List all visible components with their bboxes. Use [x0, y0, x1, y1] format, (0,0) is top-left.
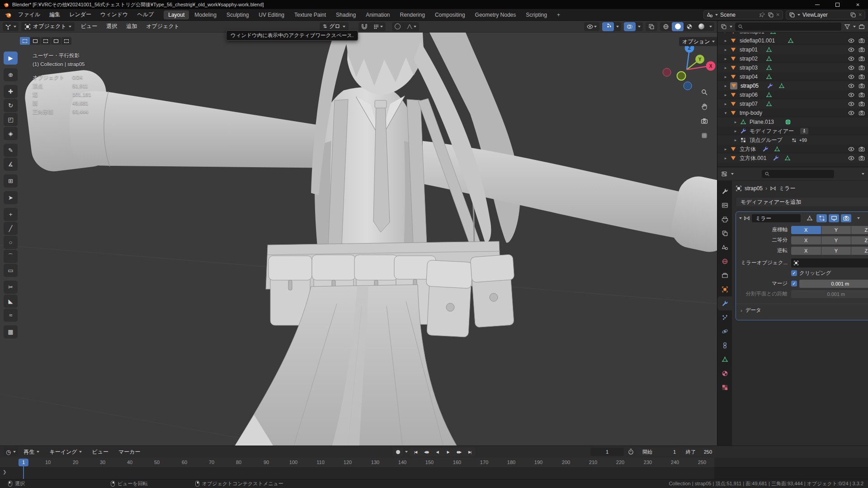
show-in-render-toggle[interactable] — [841, 214, 851, 222]
playhead-frame-badge[interactable]: 1 — [19, 459, 28, 466]
camera-view-icon[interactable] — [701, 117, 708, 125]
tab-modifiers[interactable] — [717, 296, 732, 310]
fillet-tool[interactable]: ◣ — [4, 295, 18, 308]
material-preview-button[interactable] — [684, 22, 695, 31]
hide-eye-icon[interactable] — [848, 38, 854, 44]
gizmo-settings-button[interactable] — [614, 22, 621, 31]
select-intersect-mode-button[interactable] — [61, 37, 71, 45]
hide-eye-icon[interactable] — [848, 110, 854, 116]
hide-eye-icon[interactable] — [848, 101, 854, 107]
timeline-view-menu[interactable]: ビュー — [87, 448, 113, 456]
select-box-tool[interactable]: ▶ — [4, 52, 18, 65]
auto-keying-toggle[interactable] — [392, 447, 403, 456]
tab-scene[interactable] — [717, 240, 732, 254]
stopwatch-icon[interactable] — [627, 448, 634, 455]
outliner-row-active[interactable]: ▸ strap05 — [717, 81, 868, 90]
scene-selector[interactable]: Scene ✕ — [703, 10, 783, 19]
menu-add[interactable]: 追加 — [122, 23, 142, 30]
move-tool[interactable]: ✚ — [4, 85, 18, 98]
hide-eye-icon[interactable] — [848, 65, 854, 71]
properties-editor-icon[interactable] — [721, 171, 727, 177]
tab-compositing[interactable]: Compositing — [430, 10, 470, 19]
properties-search-input[interactable] — [762, 170, 834, 178]
flip-z-toggle[interactable]: Z — [851, 247, 868, 255]
new-scene-icon[interactable] — [768, 12, 774, 18]
expand-arrow-icon[interactable]: ▸ — [733, 129, 738, 133]
add-modifier-button[interactable]: モディファイアーを追加 — [736, 197, 868, 207]
tab-rendering[interactable]: Rendering — [396, 10, 429, 19]
hide-eye-icon[interactable] — [848, 56, 854, 62]
tab-animation[interactable]: Animation — [361, 10, 394, 19]
axis-z-toggle[interactable]: Z — [851, 226, 868, 234]
disable-render-icon[interactable] — [859, 92, 865, 98]
modifier-extras-button[interactable] — [853, 214, 863, 222]
expand-arrow-icon[interactable]: ▸ — [723, 147, 728, 151]
remove-view-layer-icon[interactable]: ✕ — [859, 12, 862, 17]
add-rect-tool[interactable]: ▭ — [4, 264, 18, 277]
transform-orientation-selector[interactable]: ⇅ グロ — [320, 22, 349, 31]
new-view-layer-icon[interactable] — [850, 12, 856, 18]
object-visibility-button[interactable] — [584, 22, 599, 31]
timeline-editor-type-button[interactable]: ◷ — [4, 447, 18, 456]
tab-particles[interactable] — [717, 310, 732, 324]
select-extend-mode-button[interactable] — [30, 37, 40, 45]
expand-arrow-icon[interactable]: ▸ — [723, 38, 728, 43]
menu-render[interactable]: レンダー — [65, 11, 96, 19]
show-gizmo-toggle[interactable] — [602, 22, 614, 31]
measure-tool[interactable]: ∡ — [4, 158, 18, 171]
disable-render-icon[interactable] — [859, 74, 865, 80]
snap-settings-button[interactable] — [370, 22, 386, 31]
options-button[interactable]: オプション — [679, 37, 717, 46]
axis-negz-ball[interactable] — [684, 82, 692, 90]
tab-sculpting[interactable]: Sculpting — [222, 10, 253, 19]
collapse-arrow-icon[interactable]: ▾ — [723, 111, 728, 115]
hide-eye-icon[interactable] — [848, 47, 854, 53]
breadcrumb-modifier[interactable]: ミラー — [779, 185, 796, 192]
proportional-edit-toggle[interactable] — [392, 22, 404, 31]
rotate-tool[interactable]: ↻ — [4, 99, 18, 112]
axis-negx-ball[interactable] — [663, 68, 671, 76]
transform-tool[interactable]: ◈ — [4, 127, 18, 140]
editor-type-button[interactable] — [3, 22, 19, 31]
outliner-row[interactable]: ▸ strap06 — [717, 90, 868, 99]
zoom-icon[interactable] — [701, 89, 708, 96]
tab-geometry-nodes[interactable]: Geometry Nodes — [471, 10, 521, 19]
disable-render-icon[interactable] — [859, 38, 865, 44]
menu-view[interactable]: ビュー — [76, 23, 102, 30]
tab-collection[interactable] — [717, 268, 732, 282]
outliner-row-expanded[interactable]: ▾ tmp-body — [717, 108, 868, 117]
expand-arrow-icon[interactable]: ▸ — [733, 138, 738, 142]
show-in-editmode-toggle[interactable] — [816, 214, 827, 222]
mirror-object-field[interactable] — [791, 258, 868, 267]
tab-texture-paint[interactable]: Texture Paint — [290, 10, 330, 19]
add-cube-tool[interactable]: ⊞ — [4, 174, 18, 188]
tab-texture[interactable] — [717, 380, 732, 394]
data-subpanel-header[interactable]: › データ — [736, 304, 868, 316]
timeline-expand-chevron[interactable]: ❯ — [3, 469, 6, 474]
collapse-panel-icon[interactable] — [739, 217, 742, 219]
solid-shading-button[interactable] — [672, 22, 684, 31]
flip-x-toggle[interactable]: X — [791, 247, 821, 255]
tweak-tool[interactable]: ➤ — [4, 191, 18, 204]
tab-physics[interactable] — [717, 324, 732, 338]
flip-y-toggle[interactable]: Y — [821, 247, 851, 255]
outliner-row-clipped[interactable]: ▸ sideflap01 — [717, 33, 868, 36]
expand-arrow-icon[interactable]: ▸ — [723, 47, 728, 52]
tab-object[interactable] — [717, 282, 732, 296]
tab-output[interactable] — [717, 212, 732, 226]
expand-arrow-icon[interactable]: ▸ — [723, 84, 728, 88]
disable-render-icon[interactable] — [859, 56, 865, 62]
breadcrumb-object[interactable]: strap05 — [745, 185, 763, 192]
delete-modifier-button[interactable]: ✕ — [865, 214, 868, 222]
outliner-row[interactable]: ▸ 立方体.001 — [717, 154, 868, 163]
select-subtract-mode-button[interactable] — [41, 37, 51, 45]
view-layer-selector[interactable]: ViewLayer ✕ — [786, 10, 865, 19]
hide-eye-icon[interactable] — [848, 92, 854, 98]
previous-keyframe-button[interactable]: ◀◆ — [421, 448, 432, 456]
outliner-row[interactable]: ▸ strap01 — [717, 45, 868, 54]
xray-toggle[interactable] — [646, 22, 657, 31]
show-overlays-toggle[interactable] — [624, 22, 636, 31]
disable-render-icon[interactable] — [859, 101, 865, 107]
tab-shading[interactable]: Shading — [331, 10, 360, 19]
menu-help[interactable]: ヘルプ — [132, 11, 158, 19]
